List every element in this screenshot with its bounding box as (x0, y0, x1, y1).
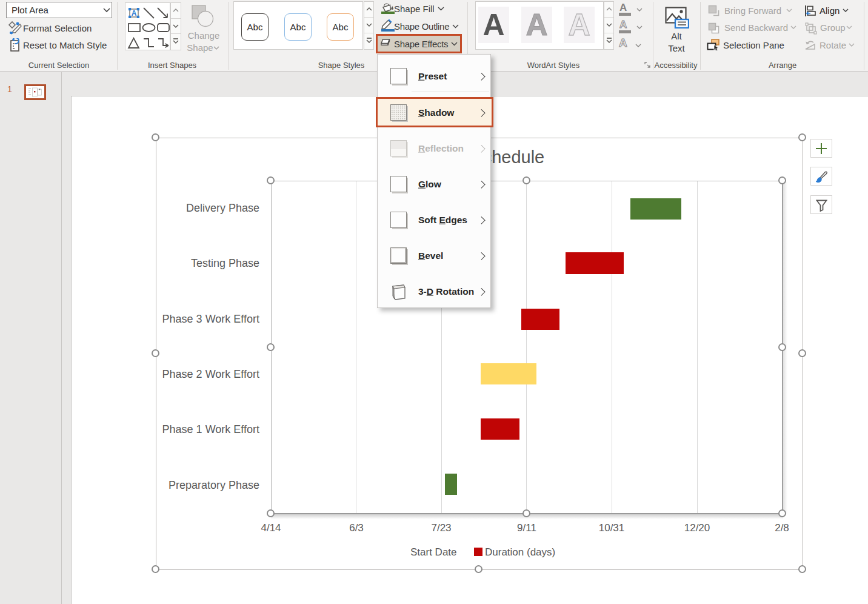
svg-text:A: A (132, 9, 137, 18)
